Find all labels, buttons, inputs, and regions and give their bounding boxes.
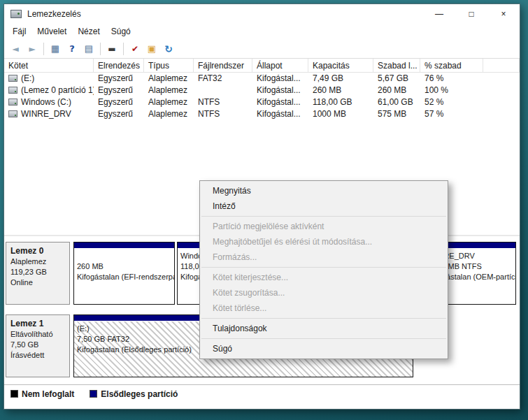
unallocated-swatch xyxy=(10,390,18,398)
volume-name: Windows (C:) xyxy=(21,97,71,107)
volume-status: Kifogástal... xyxy=(252,96,308,108)
partition-size: 260 MB xyxy=(77,261,174,272)
disk-size: 119,23 GB xyxy=(10,268,69,278)
folder-icon: ▣ xyxy=(148,43,156,54)
volume-fs: NTFS xyxy=(194,96,252,108)
disk-status: Írásvédett xyxy=(10,351,69,361)
console-tree-icon: ▦ xyxy=(51,43,59,54)
volume-free: 575 MB xyxy=(373,108,420,120)
partition-color-strip xyxy=(74,242,174,248)
toolbar-separator xyxy=(100,43,101,55)
list-view-button[interactable]: ▤ xyxy=(80,41,97,57)
column-header-free[interactable]: Szabad l... xyxy=(373,59,420,72)
context-menu-item-mark-active: Partíció megjelölése aktívként xyxy=(200,219,448,234)
disk-info-panel[interactable]: Lemez 1 Eltávolítható 7,50 GB Írásvédett xyxy=(6,314,70,377)
volume-fs xyxy=(194,85,252,96)
column-header-filesystem[interactable]: Fájlrendszer xyxy=(194,59,252,72)
volume-pctfree: 57 % xyxy=(420,108,483,120)
context-menu-separator xyxy=(201,267,446,268)
column-header-layout[interactable]: Elrendezés xyxy=(94,59,144,72)
volume-name: WINRE_DRV xyxy=(21,109,71,119)
volume-icon xyxy=(8,75,17,82)
table-row[interactable]: Windows (C:) Egyszerű Alaplemez NTFS Kif… xyxy=(4,96,520,108)
volume-layout: Egyszerű xyxy=(94,108,144,120)
volume-status: Kifogástal... xyxy=(252,85,308,96)
disk-type: Alaplemez xyxy=(10,257,69,268)
volume-layout: Egyszerű xyxy=(94,85,144,96)
action-pane-icon: ▬ xyxy=(108,44,115,54)
context-menu-item-explorer[interactable]: Intéző xyxy=(200,198,448,214)
minimize-button[interactable]: — xyxy=(423,4,455,24)
context-menu-separator xyxy=(201,216,446,217)
disk-status: Online xyxy=(10,278,69,289)
partition-efi[interactable]: 260 MB Kifogástalan (EFI-rendszerpartíci… xyxy=(73,242,175,305)
context-menu-item-shrink-volume: Kötet zsugorítása... xyxy=(200,285,448,300)
column-header-capacity[interactable]: Kapacitás xyxy=(308,59,373,72)
table-row[interactable]: (E:) Egyszerű Alaplemez FAT32 Kifogástal… xyxy=(4,73,520,85)
volume-type: Alaplemez xyxy=(144,85,194,96)
context-menu-separator xyxy=(201,318,446,319)
table-row[interactable]: WINRE_DRV Egyszerű Alaplemez NTFS Kifogá… xyxy=(4,108,520,120)
maximize-button[interactable]: □ xyxy=(455,4,487,24)
menu-view[interactable]: Nézet xyxy=(72,24,105,38)
titlebar[interactable]: Lemezkezelés — □ × xyxy=(4,4,520,24)
console-tree-button[interactable]: ▦ xyxy=(47,41,64,57)
toolbar: ◄ ► ▦ ? ▤ ▬ ✔ ▣ ↻ xyxy=(4,39,520,59)
volume-pctfree: 100 % xyxy=(420,85,483,96)
disk-size: 7,50 GB xyxy=(10,340,69,351)
volume-fs: NTFS xyxy=(194,108,252,120)
context-menu: Megnyitás Intéző Partíció megjelölése ak… xyxy=(199,180,448,359)
toolbar-separator xyxy=(123,43,124,55)
check-disk-button[interactable]: ✔ xyxy=(127,41,143,57)
menu-file[interactable]: Fájl xyxy=(7,24,31,38)
legend-item-primary-partition: Elsődleges partíció xyxy=(90,389,178,399)
primary-partition-swatch xyxy=(90,390,97,398)
toolbar-separator xyxy=(43,43,44,55)
volume-name: (Lemez 0 partíció 1) xyxy=(21,85,94,95)
volume-icon xyxy=(8,110,17,117)
volume-type: Alaplemez xyxy=(144,108,194,120)
column-header-status[interactable]: Állapot xyxy=(252,59,308,72)
context-menu-item-help[interactable]: Súgó xyxy=(200,341,448,356)
context-menu-item-open[interactable]: Megnyitás xyxy=(200,183,448,198)
disk-name: Lemez 0 xyxy=(10,246,69,257)
table-row[interactable]: (Lemez 0 partíció 1) Egyszerű Alaplemez … xyxy=(4,85,520,96)
column-header-pctfree[interactable]: % szabad xyxy=(420,59,483,72)
legend-item-unallocated: Nem lefoglalt xyxy=(10,389,74,399)
menu-help[interactable]: Súgó xyxy=(106,24,136,38)
volume-free: 260 MB xyxy=(373,85,420,96)
disk-info-panel[interactable]: Lemez 0 Alaplemez 119,23 GB Online xyxy=(6,242,70,305)
disk-name: Lemez 1 xyxy=(10,319,69,330)
disk-type: Eltávolítható xyxy=(10,330,69,340)
volume-pctfree: 52 % xyxy=(420,96,483,108)
open-explorer-button[interactable]: ▣ xyxy=(143,41,160,57)
partition-status: Kifogástalan (EFI-rendszerpartíció) xyxy=(77,272,174,282)
context-menu-item-properties[interactable]: Tulajdonságok xyxy=(200,321,448,336)
partition-name xyxy=(77,251,174,261)
volume-type: Alaplemez xyxy=(144,73,194,85)
window-title: Lemezkezelés xyxy=(27,9,81,19)
close-button[interactable]: × xyxy=(487,4,520,24)
volume-name: (E:) xyxy=(21,73,34,83)
action-pane-button[interactable]: ▬ xyxy=(104,41,120,57)
help-dialog-button[interactable]: ? xyxy=(64,41,80,57)
forward-button[interactable]: ► xyxy=(24,41,41,57)
volume-type: Alaplemez xyxy=(144,96,194,108)
app-icon xyxy=(10,10,22,18)
volume-layout: Egyszerű xyxy=(94,73,144,85)
context-menu-item-change-drive-letter: Meghajtóbetűjel és elérési út módosítása… xyxy=(200,234,448,249)
volume-free: 5,67 GB xyxy=(373,73,420,85)
volume-capacity: 118,00 GB xyxy=(308,96,373,108)
context-menu-item-extend-volume: Kötet kiterjesztése... xyxy=(200,270,448,285)
refresh-button[interactable]: ↻ xyxy=(160,41,177,57)
volume-capacity: 260 MB xyxy=(308,85,373,96)
context-menu-separator xyxy=(201,338,446,339)
legend-bar: Nem lefoglalt Elsődleges partíció xyxy=(4,384,520,403)
column-header-volume[interactable]: Kötet xyxy=(4,59,94,72)
column-header-type[interactable]: Típus xyxy=(144,59,194,72)
context-menu-item-delete-volume: Kötet törlése... xyxy=(200,300,448,316)
volume-status: Kifogástal... xyxy=(252,73,308,85)
menu-action[interactable]: Művelet xyxy=(31,24,72,38)
back-button[interactable]: ◄ xyxy=(7,41,24,57)
column-header-filler xyxy=(483,59,520,72)
